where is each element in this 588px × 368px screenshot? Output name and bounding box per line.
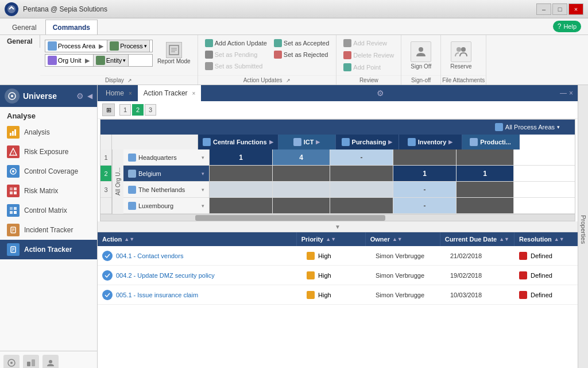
col-header-purchasing[interactable]: Purchasing ▶ bbox=[336, 135, 399, 150]
content-close-icon[interactable]: × bbox=[569, 89, 573, 97]
sidebar-item-risk-exposure[interactable]: ! Risk Exposure bbox=[0, 142, 97, 162]
org-row-netherlands[interactable]: The Netherlands ▾ bbox=[123, 182, 209, 198]
collapse-arrow-icon[interactable]: ▼ bbox=[335, 224, 341, 230]
content-minimize-icon[interactable]: — bbox=[560, 89, 567, 97]
tab-action-tracker[interactable]: Action Tracker × bbox=[138, 85, 202, 101]
cell-4-2[interactable] bbox=[273, 198, 330, 213]
col-header-inventory[interactable]: Inventory ▶ bbox=[399, 135, 462, 150]
cell-4-5[interactable] bbox=[457, 198, 514, 213]
sign-off-button[interactable]: Sign Off bbox=[406, 39, 436, 72]
cell-2-1[interactable] bbox=[210, 166, 273, 181]
tab-general[interactable]: General bbox=[5, 20, 44, 34]
help-button[interactable]: ? Help bbox=[553, 21, 581, 32]
org-unit-selector[interactable]: Org Unit ▶ Entity ▾ bbox=[45, 54, 153, 67]
th-owner[interactable]: Owner ▲▼ bbox=[366, 232, 440, 246]
belgium-dropdown-icon[interactable]: ▾ bbox=[202, 171, 204, 177]
cell-2-3[interactable] bbox=[330, 166, 393, 181]
col-header-central-functions[interactable]: Central Functions ▶ bbox=[198, 135, 278, 150]
td-action-3[interactable]: 005.1 - Issue insurance claim bbox=[98, 288, 302, 302]
luxembourg-dropdown-icon[interactable]: ▾ bbox=[202, 203, 204, 209]
set-pending-button[interactable]: Set as Pending bbox=[203, 49, 269, 60]
org-row-luxembourg[interactable]: Luxembourg ▾ bbox=[123, 198, 209, 214]
add-review-button[interactable]: Add Review bbox=[341, 37, 396, 49]
th-due-date[interactable]: Current Due Date ▲▼ bbox=[440, 232, 514, 246]
tab-home[interactable]: Home × bbox=[100, 85, 138, 101]
col-expand-purchasing[interactable]: ▶ bbox=[388, 139, 392, 145]
th-resolution[interactable]: Resolution ▲▼ bbox=[514, 232, 578, 246]
sidebar-bottom-icon-3[interactable] bbox=[42, 355, 59, 368]
cell-2-5[interactable]: 1 bbox=[457, 166, 514, 181]
process-dropdown[interactable]: Process ▾ bbox=[107, 40, 150, 52]
col-expand-central[interactable]: ▶ bbox=[269, 139, 273, 145]
scrollbar-thumb[interactable] bbox=[195, 215, 385, 221]
add-point-button[interactable]: Add Point bbox=[341, 62, 396, 73]
process-area-filter[interactable]: All Process Areas ▾ bbox=[489, 121, 566, 133]
collapse-icon[interactable]: ◀ bbox=[87, 92, 92, 100]
td-action-1[interactable]: 004.1 - Contact vendors bbox=[98, 248, 302, 263]
sidebar-item-control-coverage[interactable]: Control Coverage bbox=[0, 162, 97, 181]
home-tab-close[interactable]: × bbox=[129, 90, 132, 97]
minimize-button[interactable]: – bbox=[536, 3, 551, 15]
netherlands-dropdown-icon[interactable]: ▾ bbox=[202, 187, 204, 193]
close-button[interactable]: × bbox=[568, 3, 583, 15]
org-row-belgium[interactable]: Belgium ▾ bbox=[123, 166, 209, 182]
tab-settings-icon[interactable]: ⚙ bbox=[377, 89, 384, 98]
reserve-button[interactable]: Reserve bbox=[446, 39, 476, 72]
sidebar-bottom-icon-1[interactable] bbox=[3, 355, 20, 368]
sidebar-item-action-tracker[interactable]: Action Tracker bbox=[0, 240, 97, 259]
action-tracker-tab-close[interactable]: × bbox=[192, 90, 196, 97]
horizontal-scrollbar[interactable] bbox=[100, 214, 575, 221]
cell-4-3[interactable] bbox=[330, 198, 393, 213]
row-num-2[interactable]: 2 bbox=[100, 166, 111, 182]
cell-3-1[interactable] bbox=[210, 182, 273, 197]
tab-commands[interactable]: Commands bbox=[45, 20, 98, 34]
cell-3-2[interactable] bbox=[273, 182, 330, 197]
sidebar-item-control-matrix[interactable]: Control Matrix bbox=[0, 201, 97, 220]
action-updates-expand-icon[interactable]: ↗ bbox=[286, 78, 291, 83]
th-priority[interactable]: Priority ▲▼ bbox=[297, 232, 366, 246]
report-mode-button[interactable]: Report Mode bbox=[155, 40, 193, 67]
maximize-button[interactable]: □ bbox=[552, 3, 567, 15]
cell-3-4[interactable]: - bbox=[393, 182, 457, 197]
row-num-1[interactable]: 1 bbox=[100, 150, 111, 166]
cell-3-3[interactable] bbox=[330, 182, 393, 197]
row-num-4[interactable] bbox=[100, 198, 111, 214]
page-2-button[interactable]: 2 bbox=[132, 104, 144, 116]
grid-icon-button[interactable]: ⊞ bbox=[102, 103, 115, 116]
org-row-headquarters[interactable]: Headquarters ▾ bbox=[123, 150, 209, 166]
cell-4-1[interactable] bbox=[210, 198, 273, 213]
hq-dropdown-icon[interactable]: ▾ bbox=[202, 155, 204, 160]
sidebar-item-incident-tracker[interactable]: Incident Tracker bbox=[0, 220, 97, 240]
settings-icon[interactable]: ⚙ bbox=[76, 91, 84, 101]
col-header-ict[interactable]: ICT ▶ bbox=[278, 135, 336, 150]
cell-1-3[interactable]: - bbox=[330, 150, 393, 165]
sidebar-bottom-icon-2[interactable] bbox=[23, 355, 39, 368]
set-rejected-button[interactable]: Set as Rejected bbox=[272, 49, 332, 60]
page-1-button[interactable]: 1 bbox=[119, 104, 131, 116]
delete-review-button[interactable]: Delete Review bbox=[341, 49, 396, 61]
process-area-selector[interactable]: Process Area ▶ Process ▾ bbox=[45, 40, 153, 52]
collapse-divider[interactable]: ▼ bbox=[98, 221, 578, 232]
cell-1-1[interactable]: 1 bbox=[210, 150, 273, 165]
cell-2-4[interactable]: 1 bbox=[393, 166, 457, 181]
cell-1-4[interactable] bbox=[393, 150, 457, 165]
sidebar-item-analysis[interactable]: Analysis bbox=[0, 122, 97, 142]
set-submitted-button[interactable]: Set as Submitted bbox=[203, 60, 269, 72]
cell-3-5[interactable] bbox=[457, 182, 514, 197]
cell-1-5[interactable] bbox=[457, 150, 514, 165]
col-expand-ict[interactable]: ▶ bbox=[316, 139, 320, 145]
add-action-update-button[interactable]: Add Action Update bbox=[203, 37, 269, 49]
entity-dropdown[interactable]: Entity ▾ bbox=[93, 54, 129, 67]
sidebar-item-risk-matrix[interactable]: Risk Matrix bbox=[0, 181, 97, 201]
col-header-producti[interactable]: Producti... bbox=[462, 135, 520, 150]
cell-2-2[interactable] bbox=[273, 166, 330, 181]
cell-4-4[interactable]: - bbox=[393, 198, 457, 213]
display-expand-icon[interactable]: ↗ bbox=[127, 78, 132, 83]
properties-panel[interactable]: Properties bbox=[578, 85, 588, 368]
td-action-2[interactable]: 004.2 - Update DMZ security policy bbox=[98, 268, 302, 283]
page-3-button[interactable]: 3 bbox=[145, 104, 156, 116]
th-action[interactable]: Action ▲▼ bbox=[98, 232, 297, 246]
set-accepted-button[interactable]: Set as Accepted bbox=[272, 37, 332, 49]
col-expand-inventory[interactable]: ▶ bbox=[448, 139, 452, 145]
row-num-3[interactable]: 3 bbox=[100, 182, 111, 198]
